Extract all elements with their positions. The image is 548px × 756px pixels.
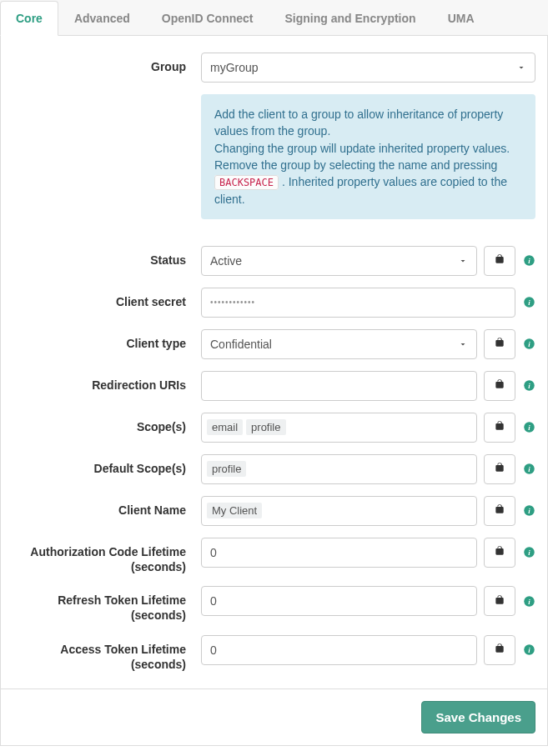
save-changes-button[interactable]: Save Changes	[421, 701, 535, 733]
scopes-info-icon[interactable]: i	[522, 421, 535, 434]
default-scopes-info-icon[interactable]: i	[522, 463, 535, 476]
refresh-token-lifetime-info-icon[interactable]: i	[522, 594, 535, 608]
status-select-value: Active	[210, 254, 242, 268]
form-core: Group myGroup Add the client to a group …	[0, 36, 548, 689]
label-redirection-uris: Redirection URIs	[8, 371, 201, 393]
default-scopes-lock-button[interactable]	[484, 454, 515, 484]
group-select[interactable]: myGroup	[201, 53, 535, 83]
tab-core[interactable]: Core	[0, 1, 58, 36]
unlock-icon	[494, 594, 505, 608]
client-type-lock-button[interactable]	[484, 329, 515, 359]
label-scopes: Scope(s)	[8, 413, 201, 434]
label-status: Status	[8, 246, 201, 268]
chevron-down-icon	[458, 256, 468, 266]
redirection-uris-info-icon[interactable]: i	[522, 379, 535, 393]
group-help-box: Add the client to a group to allow inher…	[201, 94, 535, 219]
label-access-token-lifetime: Access Token Lifetime (seconds)	[8, 635, 201, 672]
client-name-tag[interactable]: My Client	[207, 503, 262, 518]
unlock-icon	[494, 420, 505, 434]
auth-code-lifetime-lock-button[interactable]	[484, 538, 515, 568]
client-type-value: Confidential	[210, 338, 272, 351]
redirection-uris-input[interactable]	[201, 371, 477, 401]
client-name-info-icon[interactable]: i	[522, 504, 535, 518]
label-group: Group	[8, 53, 201, 74]
auth-code-lifetime-input[interactable]: 0	[201, 538, 477, 568]
label-client-name: Client Name	[8, 496, 201, 518]
form-footer: Save Changes	[0, 688, 548, 746]
auth-code-lifetime-info-icon[interactable]: i	[522, 546, 535, 559]
status-select[interactable]: Active	[201, 246, 477, 276]
scope-tag[interactable]: profile	[246, 419, 285, 435]
client-type-info-icon[interactable]: i	[522, 338, 535, 351]
group-select-value: myGroup	[210, 61, 259, 74]
label-default-scopes: Default Scope(s)	[8, 454, 201, 476]
scope-tag[interactable]: profile	[207, 461, 246, 477]
client-name-lock-button[interactable]	[484, 496, 515, 526]
client-secret-masked: ••••••••••••	[210, 298, 255, 307]
client-secret-input[interactable]: ••••••••••••	[201, 288, 515, 318]
access-token-lifetime-lock-button[interactable]	[484, 635, 515, 665]
label-client-type: Client type	[8, 329, 201, 351]
client-name-input[interactable]: My Client	[201, 496, 477, 526]
unlock-icon	[494, 503, 505, 518]
client-type-select[interactable]: Confidential	[201, 329, 477, 359]
tab-signing-encryption[interactable]: Signing and Encryption	[269, 1, 432, 36]
refresh-token-lifetime-input[interactable]: 0	[201, 586, 477, 616]
redirection-uris-field[interactable]	[210, 378, 451, 393]
label-refresh-token-lifetime: Refresh Token Lifetime (seconds)	[8, 586, 201, 623]
tabs-bar: Core Advanced OpenID Connect Signing and…	[0, 0, 548, 36]
status-lock-button[interactable]	[484, 246, 515, 276]
unlock-icon	[494, 253, 505, 268]
status-info-icon[interactable]: i	[522, 254, 535, 268]
access-token-lifetime-input[interactable]: 0	[201, 635, 477, 665]
chevron-down-icon	[458, 339, 468, 349]
backspace-key: BACKSPACE	[214, 175, 279, 190]
scopes-input[interactable]: email profile	[201, 413, 477, 443]
unlock-icon	[494, 378, 505, 393]
unlock-icon	[494, 462, 505, 476]
chevron-down-icon	[516, 63, 526, 73]
tab-openid-connect[interactable]: OpenID Connect	[146, 1, 269, 36]
unlock-icon	[494, 643, 505, 657]
unlock-icon	[494, 545, 505, 559]
label-auth-code-lifetime: Authorization Code Lifetime (seconds)	[8, 538, 201, 574]
redirection-uris-lock-button[interactable]	[484, 371, 515, 401]
scopes-lock-button[interactable]	[484, 413, 515, 443]
unlock-icon	[494, 337, 505, 351]
label-client-secret: Client secret	[8, 288, 201, 309]
client-secret-info-icon[interactable]: i	[522, 296, 535, 309]
tab-uma[interactable]: UMA	[432, 1, 490, 36]
access-token-lifetime-info-icon[interactable]: i	[522, 643, 535, 657]
scope-tag[interactable]: email	[207, 419, 243, 435]
tab-advanced[interactable]: Advanced	[58, 1, 146, 36]
default-scopes-input[interactable]: profile	[201, 454, 477, 484]
refresh-token-lifetime-lock-button[interactable]	[484, 586, 515, 616]
